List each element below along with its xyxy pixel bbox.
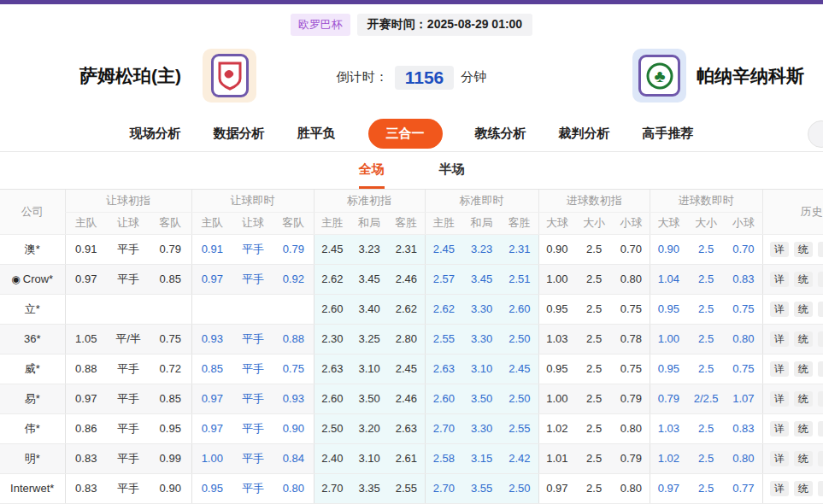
odds-cell: 2.5 (575, 443, 613, 473)
history-cell: 详统 (762, 384, 823, 413)
nav-tab-2[interactable]: 胜平负 (297, 126, 336, 142)
action-button-1[interactable]: 统 (794, 272, 813, 287)
odds-cell: 0.80 (725, 324, 762, 354)
action-button-1[interactable]: 统 (794, 451, 813, 466)
away-crest-icon: ♣ (644, 61, 675, 91)
odds-cell: 2.55 (388, 473, 425, 503)
nav-tab-6[interactable]: 高手推荐 (643, 126, 694, 142)
action-button-0[interactable]: 详 (770, 481, 789, 496)
action-button-clipped[interactable] (818, 451, 823, 466)
odds-cell: 0.70 (725, 234, 762, 264)
odds-cell: 0.83 (725, 264, 762, 294)
table-row: 伟*0.86平手0.950.97平手0.902.503.202.632.703.… (0, 413, 823, 443)
odds-cell (150, 294, 191, 324)
odds-cell: 1.00 (191, 443, 232, 473)
action-button-0[interactable]: 详 (770, 331, 789, 347)
odds-cell: 2.62 (388, 294, 425, 324)
action-button-0[interactable]: 详 (770, 361, 789, 377)
action-button-clipped[interactable] (818, 361, 823, 377)
sub-tab-0[interactable]: 全场 (359, 161, 385, 189)
odds-cell: 2.5 (687, 443, 725, 473)
odds-cell: 0.75 (613, 294, 650, 324)
action-button-clipped[interactable] (818, 391, 823, 407)
odds-cell: 0.97 (650, 473, 687, 503)
action-button-0[interactable]: 详 (770, 272, 789, 287)
odds-cell: 3.15 (462, 443, 501, 473)
odds-cell: 2.63 (388, 413, 425, 443)
odds-cell: 0.91 (65, 234, 107, 264)
odds-cell: 平手 (107, 354, 150, 384)
odds-cell: 0.91 (191, 234, 232, 264)
action-button-clipped[interactable] (818, 421, 823, 437)
odds-cell: 0.80 (613, 473, 650, 503)
nav-tab-0[interactable]: 现场分析 (130, 126, 181, 142)
odds-cell: 2.70 (314, 473, 350, 503)
action-button-0[interactable]: 详 (770, 242, 789, 257)
sub-col-header-4-0: 大球 (538, 212, 575, 234)
odds-cell: 0.70 (613, 234, 650, 264)
sub-col-header-5-0: 大球 (650, 212, 687, 234)
action-button-1[interactable]: 统 (794, 361, 813, 377)
countdown-unit: 分钟 (461, 69, 486, 84)
floating-widget[interactable] (808, 120, 823, 148)
sub-col-header-3-2: 客胜 (501, 212, 538, 234)
odds-cell: 平/半 (107, 324, 150, 354)
odds-table: 公司让球初指让球即时标准初指标准即时进球数初指进球数即时历史同赔主队让球客队主队… (0, 190, 823, 504)
nav-tab-3[interactable]: 三合一 (368, 119, 443, 149)
odds-cell: 3.45 (350, 264, 388, 294)
action-button-0[interactable]: 详 (770, 421, 789, 437)
odds-table-head: 公司让球初指让球即时标准初指标准即时进球数初指进球数即时历史同赔主队让球客队主队… (0, 190, 823, 234)
odds-cell: 2.31 (501, 234, 538, 264)
soccer-ball-icon: ◉ (11, 273, 20, 285)
odds-cell: 1.05 (65, 324, 107, 354)
action-button-clipped[interactable] (818, 272, 823, 287)
odds-cell: 0.75 (150, 324, 191, 354)
odds-cell: 2.5 (687, 473, 725, 503)
odds-cell: 2.60 (314, 384, 350, 413)
odds-cell: 2.5 (575, 473, 613, 503)
sub-tab-1[interactable]: 半场 (439, 161, 465, 189)
odds-cell: 0.75 (725, 354, 762, 384)
action-button-1[interactable]: 统 (794, 391, 813, 407)
company-cell: Interwet* (0, 473, 65, 503)
odds-cell: 3.23 (350, 234, 388, 264)
odds-cell: 0.93 (273, 384, 314, 413)
nav-tab-4[interactable]: 教练分析 (475, 126, 526, 142)
odds-cell: 0.79 (613, 443, 650, 473)
odds-cell: 2.42 (501, 443, 538, 473)
action-button-clipped[interactable] (818, 302, 823, 317)
action-button-1[interactable]: 统 (794, 242, 813, 257)
odds-cell: 2.63 (314, 354, 350, 384)
odds-cell: 2.46 (388, 264, 425, 294)
odds-cell: 平手 (107, 443, 150, 473)
action-button-1[interactable]: 统 (794, 481, 813, 496)
action-button-clipped[interactable] (818, 242, 823, 257)
nav-tab-5[interactable]: 裁判分析 (559, 126, 610, 142)
history-cell: 详统 (762, 264, 823, 294)
action-button-0[interactable]: 详 (770, 302, 789, 317)
action-button-clipped[interactable] (818, 481, 823, 496)
odds-cell: 平手 (232, 264, 273, 294)
sub-col-header-3-0: 主胜 (425, 212, 462, 234)
odds-cell (191, 294, 232, 324)
odds-cell: 2.60 (501, 294, 538, 324)
odds-cell: 2.70 (425, 473, 462, 503)
action-button-0[interactable]: 详 (770, 391, 789, 407)
odds-cell: 2.50 (501, 473, 538, 503)
odds-cell: 0.85 (191, 354, 232, 384)
odds-cell: 0.97 (65, 264, 107, 294)
odds-cell: 3.55 (462, 473, 501, 503)
action-button-1[interactable]: 统 (794, 331, 813, 347)
odds-cell: 0.95 (191, 473, 232, 503)
odds-cell: 2.50 (314, 413, 350, 443)
action-button-0[interactable]: 详 (770, 451, 789, 466)
nav-tab-1[interactable]: 数据分析 (214, 126, 265, 142)
sub-col-header-4-1: 大小 (575, 212, 613, 234)
league-badge[interactable]: 欧罗巴杯 (291, 14, 350, 36)
action-button-1[interactable]: 统 (794, 302, 813, 317)
odds-cell: 3.10 (462, 354, 501, 384)
odds-cell: 1.03 (650, 413, 687, 443)
action-button-clipped[interactable] (818, 331, 823, 347)
sub-col-header-2-2: 客胜 (388, 212, 425, 234)
action-button-1[interactable]: 统 (794, 421, 813, 437)
